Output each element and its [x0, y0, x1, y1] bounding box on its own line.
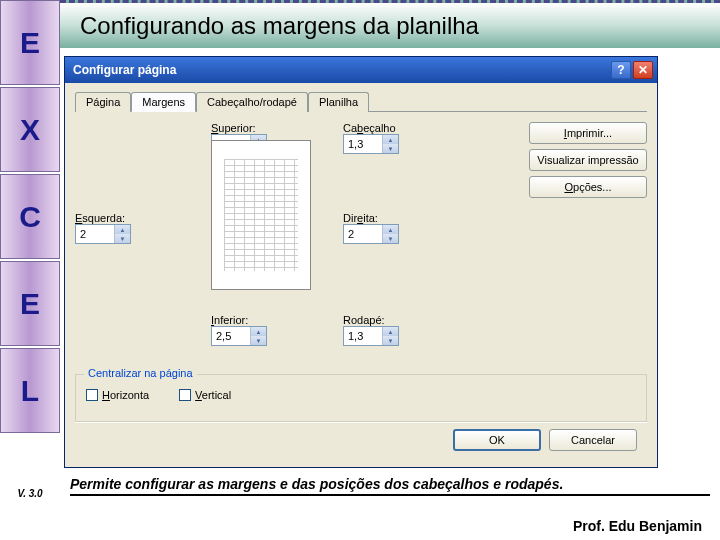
horizontal-checkbox[interactable]: Horizonta	[86, 389, 149, 401]
sidebar-letter: C	[0, 174, 60, 259]
spin-down-icon[interactable]: ▼	[383, 234, 398, 243]
checkbox-icon[interactable]	[86, 389, 98, 401]
options-button[interactable]: Opções...	[529, 176, 647, 198]
tab-margens[interactable]: Margens	[131, 92, 196, 112]
margin-preview	[211, 140, 311, 290]
checkbox-icon[interactable]	[179, 389, 191, 401]
cabecalho-stepper[interactable]: ▲▼	[343, 134, 399, 154]
footer-author: Prof. Edu Benjamin	[573, 518, 702, 534]
esquerda-stepper[interactable]: ▲▼	[75, 224, 131, 244]
horizontal-label: Horizonta	[102, 389, 149, 401]
label-direita: Direita:	[343, 212, 399, 224]
sidebar-letter: X	[0, 87, 60, 172]
spin-down-icon[interactable]: ▼	[383, 336, 398, 345]
inferior-stepper[interactable]: ▲▼	[211, 326, 267, 346]
direita-input[interactable]	[344, 225, 382, 243]
tab-strip: Página Margens Cabeçalho/rodapé Planilha	[75, 91, 647, 112]
spin-up-icon[interactable]: ▲	[251, 327, 266, 336]
spin-up-icon[interactable]: ▲	[383, 135, 398, 144]
close-icon[interactable]: ✕	[633, 61, 653, 79]
preview-button[interactable]: Visualizar impressão	[529, 149, 647, 171]
page-title: Configurando as margens da planilha	[60, 0, 720, 48]
spin-up-icon[interactable]: ▲	[383, 327, 398, 336]
label-rodape: Rodapé:	[343, 314, 399, 326]
label-superior: Superior:	[211, 122, 267, 134]
dialog-titlebar: Configurar página ? ✕	[65, 57, 657, 83]
sidebar: E X C E L	[0, 0, 60, 490]
spin-up-icon[interactable]: ▲	[115, 225, 130, 234]
centralize-title: Centralizar na página	[84, 367, 197, 379]
dialog-title: Configurar página	[73, 63, 609, 77]
ok-button[interactable]: OK	[453, 429, 541, 451]
direita-stepper[interactable]: ▲▼	[343, 224, 399, 244]
print-button[interactable]: Imprimir...	[529, 122, 647, 144]
spin-down-icon[interactable]: ▼	[383, 144, 398, 153]
sidebar-letter: E	[0, 261, 60, 346]
tab-pagina[interactable]: Página	[75, 92, 131, 112]
rodape-stepper[interactable]: ▲▼	[343, 326, 399, 346]
sidebar-letter: E	[0, 0, 60, 85]
vertical-checkbox[interactable]: Vertical	[179, 389, 231, 401]
rodape-input[interactable]	[344, 327, 382, 345]
label-inferior: Inferior:	[211, 314, 267, 326]
spin-down-icon[interactable]: ▼	[115, 234, 130, 243]
spin-up-icon[interactable]: ▲	[383, 225, 398, 234]
help-icon[interactable]: ?	[611, 61, 631, 79]
centralize-group: Centralizar na página Horizonta Vertical	[75, 374, 647, 422]
version-label: V. 3.0	[0, 488, 60, 499]
tab-planilha[interactable]: Planilha	[308, 92, 369, 112]
esquerda-input[interactable]	[76, 225, 114, 243]
label-cabecalho: Cabeçalho	[343, 122, 399, 134]
spin-down-icon[interactable]: ▼	[251, 336, 266, 345]
sidebar-letter: L	[0, 348, 60, 433]
label-esquerda: Esquerda:	[75, 212, 131, 224]
inferior-input[interactable]	[212, 327, 250, 345]
cancel-button[interactable]: Cancelar	[549, 429, 637, 451]
vertical-label: Vertical	[195, 389, 231, 401]
page-setup-dialog: Configurar página ? ✕ Página Margens Cab…	[64, 56, 658, 468]
cabecalho-input[interactable]	[344, 135, 382, 153]
description-text: Permite configurar as margens e das posi…	[70, 476, 710, 496]
tab-cabecalho[interactable]: Cabeçalho/rodapé	[196, 92, 308, 112]
